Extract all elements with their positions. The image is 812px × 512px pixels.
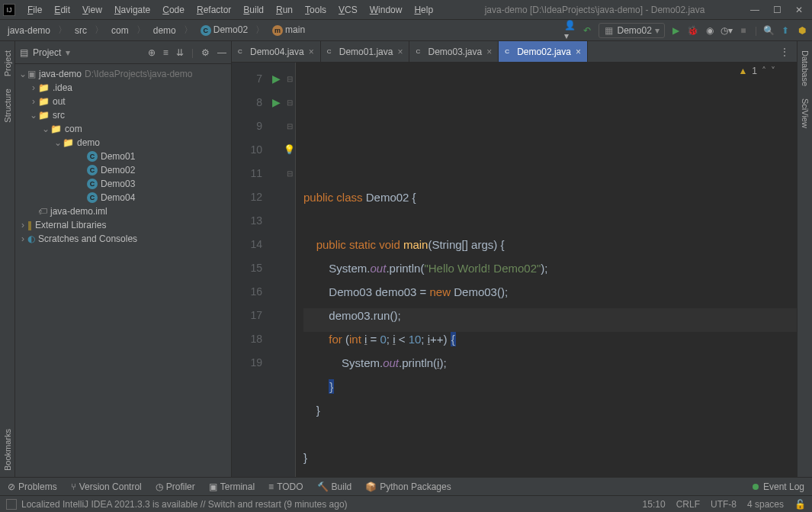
code-line[interactable]: } xyxy=(303,375,797,398)
menu-run[interactable]: Run xyxy=(270,2,299,18)
breadcrumb-item[interactable]: java-demo xyxy=(5,24,53,37)
tool-tab-database[interactable]: Database xyxy=(799,44,811,92)
bottom-tool-todo[interactable]: ≡TODO xyxy=(268,481,303,492)
search-icon[interactable]: 🔍 xyxy=(763,25,774,36)
run-icon[interactable]: ▶ xyxy=(671,25,682,36)
breadcrumb-item[interactable]: src xyxy=(72,24,90,37)
editor-tab[interactable]: CDemo03.java× xyxy=(409,41,499,62)
ide-settings-icon[interactable]: ⬢ xyxy=(797,25,807,36)
run-line-icon[interactable]: ▶ xyxy=(272,72,281,85)
code-line[interactable]: Demo03 demo03 = new Demo03(); xyxy=(303,280,797,304)
tree-node[interactable]: CDemo04 xyxy=(15,191,231,204)
coverage-icon[interactable]: ◉ xyxy=(704,25,715,36)
tree-node[interactable]: ⌄📁com xyxy=(15,122,231,136)
menu-vcs[interactable]: VCS xyxy=(332,2,364,18)
close-tab-icon[interactable]: × xyxy=(486,47,492,57)
profile-icon[interactable]: ◷▾ xyxy=(721,25,732,36)
indent-setting[interactable]: 4 spaces xyxy=(747,499,784,510)
close-tab-icon[interactable]: × xyxy=(576,47,581,57)
minimize-icon[interactable]: — xyxy=(750,5,759,15)
menu-edit[interactable]: Edit xyxy=(48,2,76,18)
menu-help[interactable]: Help xyxy=(408,2,439,18)
status-message[interactable]: Localized IntelliJ IDEA 2021.3.3 is avai… xyxy=(21,499,348,510)
tree-scratches[interactable]: ›◐ Scratches and Consoles xyxy=(15,232,231,246)
breadcrumb-item[interactable]: demo xyxy=(150,24,179,37)
bottom-tool-terminal[interactable]: ▣Terminal xyxy=(209,481,255,492)
tree-node[interactable]: ›📁.idea xyxy=(15,81,231,95)
tool-tab-sciview[interactable]: SciView xyxy=(799,92,811,134)
editor-tab[interactable]: CDemo04.java× xyxy=(232,41,321,62)
bottom-tool-problems[interactable]: ⊘Problems xyxy=(8,481,57,492)
code-line[interactable]: } xyxy=(303,446,797,469)
code-line[interactable]: demo03.run(); xyxy=(303,304,797,327)
debug-icon[interactable]: 🐞 xyxy=(688,25,698,36)
fold-icon[interactable]: ⊟ xyxy=(287,122,293,130)
code-line[interactable] xyxy=(303,422,797,446)
editor-tab[interactable]: CDemo01.java× xyxy=(321,41,410,62)
caret-position[interactable]: 15:10 xyxy=(643,499,666,510)
file-encoding[interactable]: UTF-8 xyxy=(711,499,737,510)
tool-tab-project[interactable]: Project xyxy=(2,44,14,82)
tree-root[interactable]: ⌄▣ java-demo D:\IdeaProjects\java-demo xyxy=(15,67,231,81)
code-line[interactable]: System.out.println(i); xyxy=(303,351,797,375)
event-log-button[interactable]: Event Log xyxy=(763,481,804,492)
fold-icon[interactable]: ⊟ xyxy=(287,98,293,107)
code-line[interactable]: System.out.println("Hello World! Demo02"… xyxy=(303,256,797,280)
project-header-label[interactable]: Project xyxy=(33,47,61,58)
code-line[interactable]: public class Demo02 { xyxy=(303,185,797,209)
close-tab-icon[interactable]: × xyxy=(397,47,403,57)
run-line-icon[interactable]: ▶ xyxy=(272,96,281,108)
select-opened-icon[interactable]: ⊕ xyxy=(148,47,156,58)
add-user-icon[interactable]: 👤▾ xyxy=(565,25,576,36)
bottom-tool-python-packages[interactable]: 📦Python Packages xyxy=(365,481,451,492)
hide-icon[interactable]: — xyxy=(217,47,226,58)
line-separator[interactable]: CRLF xyxy=(676,499,700,510)
bottom-tool-version-control[interactable]: ⑂Version Control xyxy=(71,481,142,492)
close-icon[interactable]: ✕ xyxy=(795,5,803,15)
tree-node[interactable]: ⌄📁demo xyxy=(15,136,231,150)
code-line[interactable] xyxy=(303,209,797,233)
run-config-selector[interactable]: ▦ Demo02 ▾ xyxy=(599,23,665,38)
bottom-tool-profiler[interactable]: ◷Profiler xyxy=(156,481,195,492)
code-line[interactable]: for (int i = 0; i < 10; i++) { xyxy=(303,327,797,351)
fold-icon[interactable]: ⊟ xyxy=(287,75,293,83)
breadcrumb-item[interactable]: CDemo02 xyxy=(197,23,251,37)
menu-code[interactable]: Code xyxy=(156,2,191,18)
menu-view[interactable]: View xyxy=(76,2,108,18)
menu-tools[interactable]: Tools xyxy=(299,2,332,18)
intention-bulb-icon[interactable]: 💡 xyxy=(284,144,295,155)
tree-node[interactable]: ›📁out xyxy=(15,95,231,108)
code-line[interactable]: } xyxy=(303,398,797,422)
editor-tab[interactable]: CDemo02.java× xyxy=(499,41,588,62)
tree-node[interactable]: ⌄📁src xyxy=(15,108,231,122)
tree-external-libs[interactable]: ›‖ External Libraries xyxy=(15,218,231,232)
bottom-tool-build[interactable]: 🔨Build xyxy=(317,481,352,492)
close-tab-icon[interactable]: × xyxy=(309,47,314,57)
readonly-lock-icon[interactable]: 🔓 xyxy=(794,499,806,510)
maximize-icon[interactable]: ☐ xyxy=(773,5,782,15)
fold-icon[interactable]: ⊟ xyxy=(287,169,293,178)
menu-window[interactable]: Window xyxy=(364,2,409,18)
code-line[interactable]: public static void main(String[] args) { xyxy=(303,233,797,256)
code-area[interactable]: 78910111213141516171819 ▶▶ ⊟⊟⊟💡⊟ public … xyxy=(232,63,797,477)
menu-refactor[interactable]: Refactor xyxy=(191,2,237,18)
code-line[interactable] xyxy=(303,469,797,477)
expand-all-icon[interactable]: ≡ xyxy=(163,47,168,58)
tree-node[interactable]: 🏷java-demo.iml xyxy=(15,204,231,218)
tree-node[interactable]: CDemo01 xyxy=(15,150,231,163)
tree-node[interactable]: CDemo02 xyxy=(15,163,231,177)
inspection-widget[interactable]: ▲ 1 ˄ ˅ xyxy=(738,66,775,76)
tool-tab-bookmarks[interactable]: Bookmarks xyxy=(2,423,14,477)
tree-node[interactable]: CDemo03 xyxy=(15,177,231,191)
menu-file[interactable]: File xyxy=(21,2,48,18)
breadcrumb-item[interactable]: com xyxy=(108,24,132,37)
tabs-more-icon[interactable]: ⋮ xyxy=(772,41,797,62)
chevron-down-icon[interactable]: ▾ xyxy=(66,47,70,58)
code-content[interactable]: public class Demo02 { public static void… xyxy=(296,63,797,477)
chevron-down-icon[interactable]: ˅ xyxy=(771,66,775,76)
menu-build[interactable]: Build xyxy=(237,2,270,18)
tool-window-toggle-icon[interactable] xyxy=(6,499,17,510)
chevron-up-icon[interactable]: ˄ xyxy=(762,66,766,76)
gear-icon[interactable]: ⚙ xyxy=(201,47,210,58)
menu-navigate[interactable]: Navigate xyxy=(108,2,156,18)
